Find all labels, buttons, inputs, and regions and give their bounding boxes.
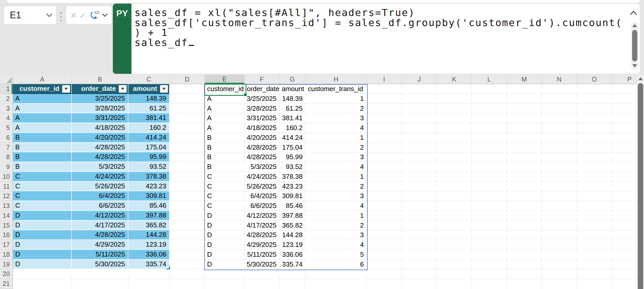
- cell-G3[interactable]: 61.25: [279, 104, 305, 114]
- cell-B19[interactable]: 5/30/2025: [72, 260, 128, 269]
- row-header-18[interactable]: 18: [0, 250, 13, 260]
- fill-handle[interactable]: [244, 93, 247, 96]
- row-header-4[interactable]: 4: [0, 113, 13, 123]
- cell-F18[interactable]: 5/11/2025: [245, 250, 279, 260]
- cell-A7[interactable]: B: [13, 143, 72, 152]
- cell-A19[interactable]: D: [13, 260, 72, 269]
- cell-A5[interactable]: A: [13, 123, 72, 133]
- table-header-customer_id[interactable]: customer_id: [13, 84, 72, 94]
- cell-H9[interactable]: 4: [305, 162, 367, 172]
- cell-B2[interactable]: 3/25/2025: [72, 94, 128, 104]
- cell-G12[interactable]: 309.81: [279, 191, 305, 201]
- cell-G13[interactable]: 85.46: [279, 201, 305, 211]
- cell-E12[interactable]: C: [205, 191, 245, 201]
- grid-vertical-scrollbar[interactable]: [637, 75, 644, 289]
- cell-F3[interactable]: 3/28/2025: [245, 104, 279, 114]
- table-header-amount[interactable]: amount: [128, 84, 170, 94]
- row-header-19[interactable]: 19: [0, 260, 13, 269]
- cell-F17[interactable]: 4/29/2025: [245, 240, 279, 250]
- column-header-N[interactable]: N: [542, 75, 577, 84]
- table-resize-handle[interactable]: [167, 266, 170, 269]
- chevron-down-icon[interactable]: [46, 13, 53, 17]
- cell-B7[interactable]: 4/28/2025: [72, 143, 128, 152]
- column-header-B[interactable]: B: [72, 75, 128, 84]
- scroll-up-arrow-icon[interactable]: [638, 77, 643, 80]
- column-header-G[interactable]: G: [279, 75, 305, 84]
- cell-C8[interactable]: 95.99: [128, 152, 170, 162]
- filter-button[interactable]: [62, 85, 70, 93]
- cell-H4[interactable]: 3: [305, 113, 367, 123]
- cell-E11[interactable]: C: [205, 182, 245, 191]
- cell-G9[interactable]: 93.52: [279, 162, 305, 172]
- cell-H15[interactable]: 2: [305, 221, 367, 230]
- cell-C12[interactable]: 309.81: [128, 191, 170, 201]
- cell-H6[interactable]: 1: [305, 133, 367, 143]
- cell-E7[interactable]: B: [205, 143, 245, 152]
- cell-A18[interactable]: D: [13, 250, 72, 260]
- row-header-8[interactable]: 8: [0, 152, 13, 162]
- row-header-13[interactable]: 13: [0, 201, 13, 211]
- cell-C11[interactable]: 423.23: [128, 182, 170, 191]
- cell-B8[interactable]: 4/28/2025: [72, 152, 128, 162]
- cell-A4[interactable]: A: [13, 113, 72, 123]
- cell-F2[interactable]: 3/25/2025: [245, 94, 279, 104]
- cell-A14[interactable]: D: [13, 211, 72, 221]
- formula-scrollbar-thumb[interactable]: [632, 30, 637, 61]
- cell-C13[interactable]: 85.46: [128, 201, 170, 211]
- cell-H16[interactable]: 3: [305, 230, 367, 240]
- cell-E8[interactable]: B: [205, 152, 245, 162]
- name-box-grip-icon[interactable]: [60, 12, 62, 21]
- cell-E17[interactable]: D: [205, 240, 245, 250]
- cell-E9[interactable]: B: [205, 162, 245, 172]
- cell-C2[interactable]: 148.39: [128, 94, 170, 104]
- column-header-L[interactable]: L: [472, 75, 507, 84]
- enter-icon[interactable]: ✓: [80, 11, 87, 20]
- cell-G11[interactable]: 423.23: [279, 182, 305, 191]
- cell-A16[interactable]: D: [13, 230, 72, 240]
- cell-C14[interactable]: 397.88: [128, 211, 170, 221]
- filter-button[interactable]: [160, 85, 168, 93]
- cell-C10[interactable]: 378.38: [128, 172, 170, 182]
- cell-E10[interactable]: C: [205, 172, 245, 182]
- cell-H19[interactable]: 6: [305, 260, 367, 269]
- cell-H11[interactable]: 2: [305, 182, 367, 191]
- cell-B11[interactable]: 5/26/2025: [72, 182, 128, 191]
- column-header-I[interactable]: I: [367, 75, 402, 84]
- cell-G7[interactable]: 175.04: [279, 143, 305, 152]
- cell-F6[interactable]: 4/20/2025: [245, 133, 279, 143]
- cell-G15[interactable]: 365.82: [279, 221, 305, 230]
- cell-H1[interactable]: customer_trans_id: [305, 84, 367, 94]
- column-header-H[interactable]: H: [305, 75, 367, 84]
- cell-A8[interactable]: B: [13, 152, 72, 162]
- cell-F19[interactable]: 5/30/2025: [245, 260, 279, 269]
- column-header-F[interactable]: F: [245, 75, 279, 84]
- name-box[interactable]: E1: [4, 6, 56, 24]
- cell-E14[interactable]: D: [205, 211, 245, 221]
- collapse-formula-bar-icon[interactable]: [630, 10, 637, 15]
- cell-F10[interactable]: 4/24/2025: [245, 172, 279, 182]
- cell-E6[interactable]: B: [205, 133, 245, 143]
- cell-B18[interactable]: 5/11/2025: [72, 250, 128, 260]
- cell-E16[interactable]: D: [205, 230, 245, 240]
- cell-A17[interactable]: D: [13, 240, 72, 250]
- cell-F7[interactable]: 4/28/2025: [245, 143, 279, 152]
- cell-C17[interactable]: 123.19: [128, 240, 170, 250]
- row-header-7[interactable]: 7: [0, 143, 13, 152]
- row-header-9[interactable]: 9: [0, 162, 13, 172]
- row-header-1[interactable]: 1: [0, 84, 13, 94]
- cell-B4[interactable]: 3/31/2025: [72, 113, 128, 123]
- row-header-5[interactable]: 5: [0, 123, 13, 133]
- cell-H13[interactable]: 4: [305, 201, 367, 211]
- cell-H8[interactable]: 3: [305, 152, 367, 162]
- column-header-M[interactable]: M: [507, 75, 542, 84]
- row-header-10[interactable]: 10: [0, 172, 13, 182]
- cell-F14[interactable]: 4/12/2025: [245, 211, 279, 221]
- cell-B14[interactable]: 4/12/2025: [72, 211, 128, 221]
- cell-E3[interactable]: A: [205, 104, 245, 114]
- cell-H18[interactable]: 5: [305, 250, 367, 260]
- cell-F13[interactable]: 6/6/2025: [245, 201, 279, 211]
- column-header-P[interactable]: P: [612, 75, 637, 84]
- cell-G2[interactable]: 148.39: [279, 94, 305, 104]
- grid-scrollbar-thumb[interactable]: [638, 83, 643, 289]
- cell-F1[interactable]: order_date: [245, 84, 279, 94]
